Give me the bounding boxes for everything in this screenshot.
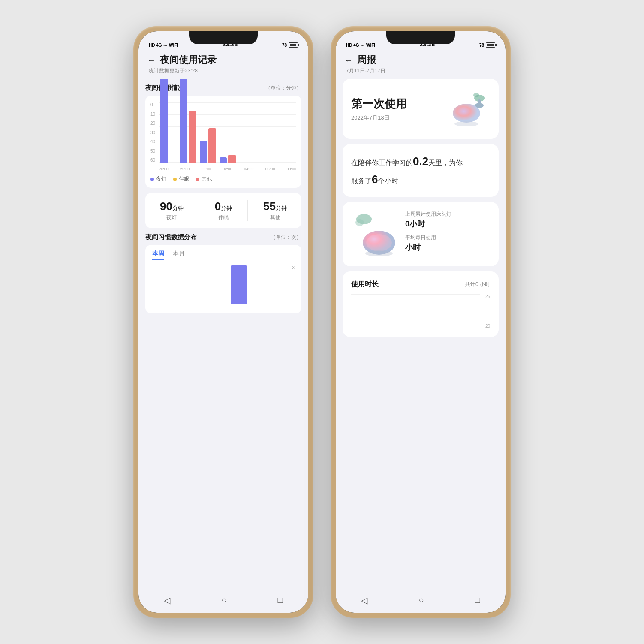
bar-red-3 bbox=[228, 155, 235, 163]
chart-area: 60 50 40 30 20 10 0 bbox=[150, 102, 296, 171]
svg-point-9 bbox=[366, 234, 392, 251]
x-label-2: 00:00 bbox=[202, 167, 211, 171]
bar-purple-3 bbox=[220, 157, 227, 163]
svg-point-5 bbox=[454, 121, 478, 126]
usage-card: 使用时长 共计0 小时 20 25 bbox=[343, 271, 499, 337]
usage-y-labels: 20 25 bbox=[485, 294, 490, 328]
nav-header-right: ← 周报 7月11日-7月17日 bbox=[336, 50, 506, 79]
stat-value-0: 90分钟 bbox=[160, 200, 184, 213]
chart-container: 60 50 40 30 20 10 0 bbox=[145, 96, 301, 188]
legend-dot-yellow bbox=[173, 178, 177, 181]
text-suffix: 服务了 bbox=[351, 177, 372, 184]
stats-row: 90分钟 夜灯 0分钟 伴眠 bbox=[145, 193, 301, 228]
nav-back-right[interactable]: ◁ bbox=[361, 595, 367, 605]
signal-right: ▪▪▪ bbox=[361, 43, 365, 47]
back-button-left[interactable]: ← bbox=[147, 55, 156, 65]
habit-section-unit: （单位：次） bbox=[271, 234, 301, 241]
text-unit: 个小时 bbox=[378, 177, 398, 184]
back-button-right[interactable]: ← bbox=[344, 55, 353, 65]
legend-dot-purple bbox=[150, 178, 154, 181]
tab-week[interactable]: 本周 bbox=[152, 250, 164, 260]
svg-point-4 bbox=[453, 104, 480, 123]
nav-recents-right[interactable]: □ bbox=[475, 595, 480, 605]
stat-value-2: 55分钟 bbox=[263, 200, 287, 213]
y-label-0: 60 bbox=[150, 158, 155, 163]
text-card: 在陪伴你工作学习的0.2天里，为你 服务了6个小时 bbox=[343, 144, 499, 197]
battery-icon-right bbox=[486, 42, 495, 48]
usage-title: 使用时长 bbox=[351, 280, 379, 289]
y-label-4: 20 bbox=[150, 121, 155, 126]
bar-purple-0 bbox=[160, 79, 168, 163]
nav-home-right[interactable]: ○ bbox=[418, 595, 424, 605]
page-wrapper: HD 4G ▪▪▪ WiFi 23:28 78 ← 夜间使用记录 bbox=[0, 0, 644, 644]
legend-label-2: 其他 bbox=[202, 175, 212, 183]
stat-label-0: 夜灯 bbox=[160, 214, 184, 221]
bar-red-1 bbox=[189, 111, 196, 163]
y-label-3: 30 bbox=[150, 130, 155, 135]
legend-dot-red bbox=[196, 178, 199, 181]
habit-section-header: 夜间习惯数据分布 （单位：次） bbox=[145, 233, 301, 241]
first-use-card: 第一次使用 2022年7月18日 bbox=[343, 79, 499, 139]
habit-section-title: 夜间习惯数据分布 bbox=[145, 233, 197, 241]
x-label-6: 08:00 bbox=[286, 167, 296, 171]
tabs: 本周 本月 bbox=[152, 250, 185, 260]
legend-item-0: 夜灯 bbox=[150, 175, 166, 183]
bar-purple-2 bbox=[200, 141, 207, 163]
nav-home-left[interactable]: ○ bbox=[221, 595, 226, 605]
nav-subtitle-right: 7月11日-7月17日 bbox=[344, 67, 497, 75]
nav-header-left: ← 夜间使用记录 统计数据更新于23:28 bbox=[138, 50, 308, 79]
svg-point-1 bbox=[473, 93, 479, 97]
tab-month[interactable]: 本月 bbox=[173, 250, 185, 260]
stat-item-2: 55分钟 其他 bbox=[263, 200, 287, 221]
highlight-hours: 6 bbox=[372, 173, 378, 186]
stat-value-1: 0分钟 bbox=[215, 200, 232, 213]
y-label-2: 40 bbox=[150, 139, 155, 144]
usage-chart-inner bbox=[351, 294, 480, 328]
stat-divider-1 bbox=[247, 200, 248, 221]
habit-chart-wrapper: 3 bbox=[152, 265, 295, 308]
highlight-number: 0.2 bbox=[413, 155, 428, 168]
tab-section: 本周 本月 3 bbox=[145, 245, 301, 313]
usage-section-unit: （单位：分钟） bbox=[265, 84, 301, 92]
svg-point-7 bbox=[355, 219, 364, 226]
notch-left bbox=[189, 31, 258, 44]
habit-bar-4 bbox=[231, 265, 247, 304]
bar-group-1 bbox=[180, 79, 196, 163]
nav-recents-left[interactable]: □ bbox=[277, 595, 283, 605]
x-label-1: 22:00 bbox=[180, 167, 190, 171]
carrier-left: HD 4G bbox=[149, 43, 162, 48]
text-main: 在陪伴你工作学习的0.2天里，为你 服务了6个小时 bbox=[351, 153, 490, 188]
earbud-illustration bbox=[443, 87, 490, 130]
y-label-1: 50 bbox=[150, 149, 155, 153]
chart-bars-area: 20:00 22:00 00:00 02:00 04:00 06:00 08:0… bbox=[159, 102, 296, 171]
report-content: 第一次使用 2022年7月18日 bbox=[336, 79, 506, 587]
stat-item-1: 0分钟 伴眠 bbox=[215, 200, 232, 221]
stat-divider-0 bbox=[199, 200, 199, 221]
first-use-title: 第一次使用 bbox=[351, 96, 407, 111]
battery-icon-left bbox=[289, 42, 298, 48]
chart-legend: 夜灯 伴眠 其他 bbox=[150, 175, 296, 183]
battery-text-right: 78 bbox=[479, 43, 484, 48]
svg-point-10 bbox=[365, 250, 393, 256]
bar-group-3 bbox=[220, 155, 236, 163]
nav-back-left[interactable]: ◁ bbox=[164, 595, 170, 605]
bottom-nav-right: ◁ ○ □ bbox=[336, 587, 506, 613]
main-content-left: 夜间使用情况 （单位：分钟） 60 50 40 30 20 bbox=[138, 79, 308, 587]
stats-data: 上周累计使用床头灯 0小时 平均每日使用 小时 bbox=[405, 211, 490, 258]
x-label-4: 04:00 bbox=[244, 167, 254, 171]
chart-y-labels: 60 50 40 30 20 10 0 bbox=[150, 102, 155, 171]
legend-label-1: 伴眠 bbox=[179, 175, 189, 183]
usage-y-25: 25 bbox=[485, 294, 490, 299]
x-label-5: 06:00 bbox=[265, 167, 275, 171]
earbud-illustration-2 bbox=[351, 211, 398, 258]
chart-x-labels: 20:00 22:00 00:00 02:00 04:00 06:00 08:0… bbox=[159, 167, 296, 171]
usage-header: 使用时长 共计0 小时 bbox=[351, 280, 490, 289]
notch-right bbox=[386, 31, 455, 44]
page-title-left: 夜间使用记录 bbox=[160, 54, 217, 66]
nav-subtitle-left: 统计数据更新于23:28 bbox=[147, 67, 300, 75]
text-prefix: 在陪伴你工作学习的 bbox=[351, 159, 413, 166]
stat-value-r0: 0小时 bbox=[405, 219, 490, 229]
first-use-date: 2022年7月18日 bbox=[351, 114, 407, 122]
legend-label-0: 夜灯 bbox=[156, 175, 166, 183]
stat-label-2: 其他 bbox=[263, 214, 287, 221]
